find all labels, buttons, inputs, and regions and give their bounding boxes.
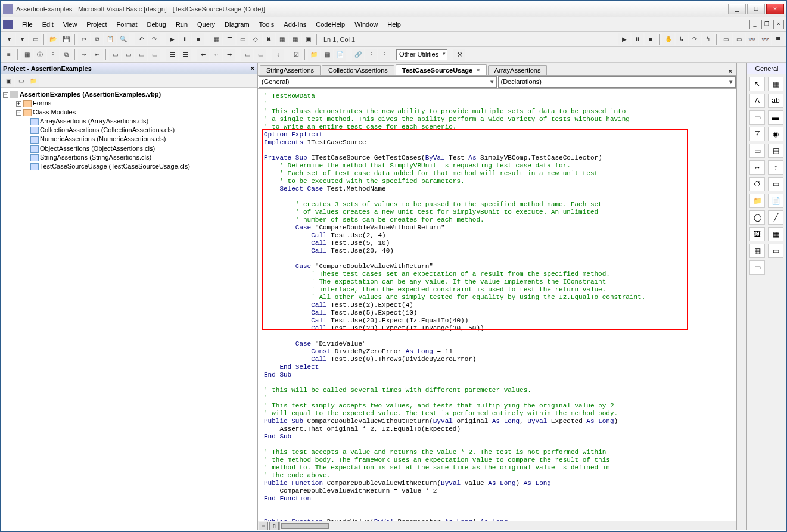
recent-button[interactable]: 📄	[334, 49, 346, 61]
tab-testcasesourceusage[interactable]: TestCaseSourceUsage×	[396, 64, 487, 75]
tree-class-collectionassertions[interactable]: CollectionAssertions (CollectionAssertio…	[3, 126, 254, 135]
menu-edit[interactable]: Edit	[38, 20, 58, 29]
object-browser-button[interactable]: ◇	[250, 33, 262, 45]
align-center-button[interactable]: ↔	[210, 49, 222, 61]
menu-window[interactable]: Window	[350, 20, 382, 29]
tab-close-icon[interactable]: ×	[476, 66, 480, 74]
vscrollbar-tool[interactable]: ↕	[768, 160, 783, 175]
break-button[interactable]: ⏸	[179, 33, 191, 45]
misc-button[interactable]: ▣	[302, 33, 314, 45]
pointer-tool[interactable]: ↖	[749, 77, 765, 91]
minimize-button[interactable]: _	[728, 4, 746, 14]
list-constants-button[interactable]: ▦	[21, 49, 33, 61]
hscrollbar-tool[interactable]: ↔	[749, 160, 765, 175]
tree-class-objectassertions[interactable]: ObjectAssertions (ObjectAssertions.cls)	[3, 144, 254, 153]
bookmark4-button[interactable]: ▭	[148, 49, 160, 61]
tab-collectionassertions[interactable]: CollectionAssertions	[322, 65, 394, 75]
tab-arrayassertions[interactable]: ArrayAssertions	[488, 65, 548, 75]
undo-button[interactable]: ↶	[135, 33, 147, 45]
menu-format[interactable]: Format	[112, 20, 142, 29]
menu-help[interactable]: Help	[382, 20, 406, 29]
data-tool[interactable]: ▦	[768, 227, 783, 241]
add-form-button[interactable]: ▾	[16, 33, 28, 45]
tree-class-numericassertions[interactable]: NumericAssertions (NumericAssertions.cls…	[3, 135, 254, 144]
properties-button[interactable]: ☰	[223, 33, 235, 45]
menu-codehelp[interactable]: CodeHelp	[311, 20, 350, 29]
locals-button[interactable]: ▭	[720, 33, 732, 45]
horizontal-scrollbar[interactable]	[279, 522, 736, 530]
view-code-button[interactable]: ▣	[2, 75, 14, 87]
tree-folder-forms[interactable]: +Forms	[3, 99, 254, 108]
code-editor[interactable]: ' TestRowData ' ' This class demonstrate…	[258, 89, 736, 521]
combobox-tool[interactable]: ▭	[749, 144, 765, 158]
align-right-button[interactable]: ➡	[223, 49, 235, 61]
picturebox-tool[interactable]: ▦	[768, 77, 783, 91]
mdi-close-button[interactable]: ×	[773, 20, 784, 29]
immediate-button[interactable]: ▭	[733, 33, 745, 45]
other-utilities-dropdown[interactable]: Other Utilities	[396, 49, 447, 60]
step-out-button[interactable]: ↰	[702, 33, 714, 45]
tree2-button[interactable]: ⋮	[378, 49, 390, 61]
debug-start-button[interactable]: ▶	[618, 33, 630, 45]
procedure-dropdown[interactable]: (Declarations)	[498, 76, 736, 88]
comment-button[interactable]: ▭	[241, 49, 253, 61]
indent-button[interactable]: ⇥	[78, 49, 90, 61]
label-tool[interactable]: A	[749, 94, 765, 108]
listbox-tool[interactable]: ▤	[768, 144, 783, 158]
extra2-tool[interactable]: ▭	[749, 260, 765, 275]
debug-end-button[interactable]: ■	[645, 33, 657, 45]
object-dropdown[interactable]: (General)	[259, 76, 497, 88]
chain-button[interactable]: 🔗	[352, 49, 364, 61]
drivelistbox-tool[interactable]: ▭	[768, 177, 783, 191]
menu-view[interactable]: View	[58, 20, 82, 29]
tree-folder-class-modules[interactable]: −Class Modules	[3, 108, 254, 117]
line-tool[interactable]: ╱	[768, 210, 783, 225]
extra-tool[interactable]: ▭	[768, 244, 783, 258]
checkbox-tool[interactable]: ☑	[749, 127, 765, 141]
bookmark3-button[interactable]: ▭	[135, 49, 147, 61]
textbox-tool[interactable]: ab	[768, 94, 783, 108]
commandbutton-tool[interactable]: ▬	[768, 110, 783, 125]
full-view-button[interactable]: ▯	[269, 522, 279, 530]
end-button[interactable]: ■	[192, 33, 204, 45]
copy-button[interactable]: ⧉	[91, 33, 103, 45]
tree-project-root[interactable]: −AssertionExamples (AssertionExamples.vb…	[3, 90, 254, 99]
bookmark2-button[interactable]: ▭	[122, 49, 134, 61]
bookmark1-button[interactable]: ▭	[109, 49, 121, 61]
menu-query[interactable]: Query	[192, 20, 220, 29]
menu-run[interactable]: Run	[171, 20, 192, 29]
tools-button[interactable]: ⚒	[453, 49, 465, 61]
parameter-info-button[interactable]: ⋮	[47, 49, 59, 61]
maximize-button[interactable]: □	[747, 4, 765, 14]
shape-tool[interactable]: ◯	[749, 210, 765, 225]
optionbutton-tool[interactable]: ◉	[768, 127, 783, 141]
vcm-button[interactable]: ▦	[289, 33, 301, 45]
step-into-button[interactable]: ↳	[676, 33, 688, 45]
tabs-close-all-button[interactable]: ×	[726, 67, 735, 75]
list2-button[interactable]: ☰	[179, 49, 191, 61]
align-left-button[interactable]: ⬅	[197, 49, 209, 61]
tab-stringassertions[interactable]: StringAssertions	[260, 65, 321, 75]
project-explorer-close-button[interactable]: ×	[250, 64, 254, 72]
uncomment-button[interactable]: ▭	[254, 49, 266, 61]
open-button[interactable]: 📂	[47, 33, 59, 45]
menu-editor-button[interactable]: ▭	[29, 33, 41, 45]
menu-project[interactable]: Project	[82, 20, 111, 29]
tree-class-testcasesourceusage[interactable]: TestCaseSourceUsage (TestCaseSourceUsage…	[3, 162, 254, 171]
close-button[interactable]: ×	[766, 4, 784, 14]
mdi-minimize-button[interactable]: _	[749, 20, 760, 29]
quick-info-button[interactable]: ⓘ	[34, 49, 46, 61]
proc-view-button[interactable]: ≡	[259, 522, 268, 530]
outdent-button[interactable]: ⇤	[91, 49, 103, 61]
quick-watch-button[interactable]: 👓	[759, 33, 771, 45]
tree-button[interactable]: ⋮	[365, 49, 377, 61]
mdi-restore-button[interactable]: ❐	[761, 20, 772, 29]
project-explorer-button[interactable]: ▦	[210, 33, 222, 45]
toggle-button[interactable]: ↕	[272, 49, 284, 61]
check-button[interactable]: ☑	[290, 49, 302, 61]
vertical-scrollbar[interactable]	[736, 63, 746, 530]
tree-class-stringassertions[interactable]: StringAssertions (StringAssertions.cls)	[3, 153, 254, 162]
frame-tool[interactable]: ▭	[749, 110, 765, 125]
menu-tools[interactable]: Tools	[254, 20, 279, 29]
call-stack-button[interactable]: ≣	[772, 33, 784, 45]
